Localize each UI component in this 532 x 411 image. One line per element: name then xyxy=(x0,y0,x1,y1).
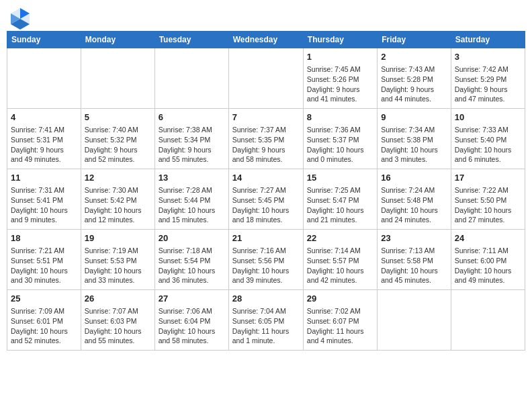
calendar-week-row: 11Sunrise: 7:31 AMSunset: 5:41 PMDayligh… xyxy=(7,169,525,230)
day-number: 11 xyxy=(11,172,77,184)
weekday-header: Saturday xyxy=(451,32,525,48)
day-info: Sunrise: 7:21 AMSunset: 5:51 PMDaylight:… xyxy=(11,246,77,285)
day-cell: 14Sunrise: 7:27 AMSunset: 5:45 PMDayligh… xyxy=(228,169,303,230)
day-cell: 27Sunrise: 7:06 AMSunset: 6:04 PMDayligh… xyxy=(154,290,228,351)
day-info: Sunrise: 7:13 AMSunset: 5:58 PMDaylight:… xyxy=(381,246,447,285)
day-cell: 4Sunrise: 7:41 AMSunset: 5:31 PMDaylight… xyxy=(7,109,81,169)
day-info: Sunrise: 7:34 AMSunset: 5:38 PMDaylight:… xyxy=(381,125,447,165)
day-number: 2 xyxy=(381,51,447,63)
day-cell: 5Sunrise: 7:40 AMSunset: 5:32 PMDaylight… xyxy=(81,109,154,169)
day-number: 9 xyxy=(381,111,447,124)
day-info: Sunrise: 7:22 AMSunset: 5:50 PMDaylight:… xyxy=(455,185,521,225)
day-number: 18 xyxy=(11,232,77,244)
calendar-week-row: 4Sunrise: 7:41 AMSunset: 5:31 PMDaylight… xyxy=(7,109,525,169)
day-cell: 6Sunrise: 7:38 AMSunset: 5:34 PMDaylight… xyxy=(154,109,228,169)
day-info: Sunrise: 7:31 AMSunset: 5:41 PMDaylight:… xyxy=(11,185,77,225)
day-number: 3 xyxy=(455,51,521,63)
empty-cell xyxy=(451,290,525,351)
empty-cell xyxy=(378,290,451,351)
day-number: 5 xyxy=(85,111,151,124)
day-number: 13 xyxy=(159,172,225,184)
day-info: Sunrise: 7:36 AMSunset: 5:37 PMDaylight:… xyxy=(307,125,373,165)
day-info: Sunrise: 7:43 AMSunset: 5:28 PMDaylight:… xyxy=(381,64,447,104)
day-info: Sunrise: 7:16 AMSunset: 5:56 PMDaylight:… xyxy=(232,246,300,285)
day-cell: 23Sunrise: 7:13 AMSunset: 5:58 PMDayligh… xyxy=(378,230,451,290)
empty-cell xyxy=(154,48,228,109)
day-info: Sunrise: 7:19 AMSunset: 5:53 PMDaylight:… xyxy=(85,246,151,285)
weekday-header: Thursday xyxy=(303,32,377,48)
day-number: 14 xyxy=(232,172,300,184)
day-info: Sunrise: 7:27 AMSunset: 5:45 PMDaylight:… xyxy=(232,185,300,225)
day-info: Sunrise: 7:24 AMSunset: 5:48 PMDaylight:… xyxy=(381,185,447,225)
day-info: Sunrise: 7:14 AMSunset: 5:57 PMDaylight:… xyxy=(307,246,373,285)
day-info: Sunrise: 7:41 AMSunset: 5:31 PMDaylight:… xyxy=(11,125,77,165)
calendar-table: SundayMondayTuesdayWednesdayThursdayFrid… xyxy=(7,31,525,351)
day-cell: 15Sunrise: 7:25 AMSunset: 5:47 PMDayligh… xyxy=(303,169,377,230)
day-cell: 12Sunrise: 7:30 AMSunset: 5:42 PMDayligh… xyxy=(81,169,154,230)
day-info: Sunrise: 7:06 AMSunset: 6:04 PMDaylight:… xyxy=(159,306,225,346)
day-cell: 25Sunrise: 7:09 AMSunset: 6:01 PMDayligh… xyxy=(7,290,81,351)
day-cell: 29Sunrise: 7:02 AMSunset: 6:07 PMDayligh… xyxy=(303,290,377,351)
day-info: Sunrise: 7:11 AMSunset: 6:00 PMDaylight:… xyxy=(455,246,521,285)
day-cell: 8Sunrise: 7:36 AMSunset: 5:37 PMDaylight… xyxy=(303,109,377,169)
day-cell: 20Sunrise: 7:18 AMSunset: 5:54 PMDayligh… xyxy=(154,230,228,290)
day-cell: 22Sunrise: 7:14 AMSunset: 5:57 PMDayligh… xyxy=(303,230,377,290)
day-cell: 26Sunrise: 7:07 AMSunset: 6:03 PMDayligh… xyxy=(81,290,154,351)
day-number: 12 xyxy=(85,172,151,184)
day-cell: 21Sunrise: 7:16 AMSunset: 5:56 PMDayligh… xyxy=(228,230,303,290)
day-cell: 7Sunrise: 7:37 AMSunset: 5:35 PMDaylight… xyxy=(228,109,303,169)
day-info: Sunrise: 7:09 AMSunset: 6:01 PMDaylight:… xyxy=(11,306,77,346)
day-cell: 3Sunrise: 7:42 AMSunset: 5:29 PMDaylight… xyxy=(451,48,525,109)
day-number: 16 xyxy=(381,172,447,184)
day-number: 24 xyxy=(455,232,521,244)
day-number: 19 xyxy=(85,232,151,244)
day-info: Sunrise: 7:42 AMSunset: 5:29 PMDaylight:… xyxy=(455,64,521,104)
day-number: 22 xyxy=(307,232,373,244)
day-number: 4 xyxy=(11,111,77,124)
weekday-header: Wednesday xyxy=(228,32,303,48)
day-number: 20 xyxy=(159,232,225,244)
day-info: Sunrise: 7:30 AMSunset: 5:42 PMDaylight:… xyxy=(85,185,151,225)
day-cell: 17Sunrise: 7:22 AMSunset: 5:50 PMDayligh… xyxy=(451,169,525,230)
weekday-header: Friday xyxy=(378,32,451,48)
day-cell: 18Sunrise: 7:21 AMSunset: 5:51 PMDayligh… xyxy=(7,230,81,290)
calendar-week-row: 25Sunrise: 7:09 AMSunset: 6:01 PMDayligh… xyxy=(7,290,525,351)
day-info: Sunrise: 7:07 AMSunset: 6:03 PMDaylight:… xyxy=(85,306,151,346)
day-number: 17 xyxy=(455,172,521,184)
day-number: 7 xyxy=(232,111,300,124)
calendar-header: SundayMondayTuesdayWednesdayThursdayFrid… xyxy=(7,32,525,48)
day-number: 28 xyxy=(232,293,300,305)
page-header xyxy=(7,7,525,26)
day-cell: 1Sunrise: 7:45 AMSunset: 5:26 PMDaylight… xyxy=(303,48,377,109)
day-number: 27 xyxy=(159,293,225,305)
day-cell: 19Sunrise: 7:19 AMSunset: 5:53 PMDayligh… xyxy=(81,230,154,290)
logo xyxy=(9,7,30,26)
day-number: 8 xyxy=(307,111,373,124)
day-number: 1 xyxy=(307,51,373,63)
day-number: 6 xyxy=(159,111,225,124)
day-cell: 11Sunrise: 7:31 AMSunset: 5:41 PMDayligh… xyxy=(7,169,81,230)
day-info: Sunrise: 7:38 AMSunset: 5:34 PMDaylight:… xyxy=(159,125,225,165)
day-info: Sunrise: 7:33 AMSunset: 5:40 PMDaylight:… xyxy=(455,125,521,165)
day-info: Sunrise: 7:04 AMSunset: 6:05 PMDaylight:… xyxy=(232,306,300,346)
empty-cell xyxy=(228,48,303,109)
day-number: 15 xyxy=(307,172,373,184)
weekday-header: Tuesday xyxy=(154,32,228,48)
day-info: Sunrise: 7:28 AMSunset: 5:44 PMDaylight:… xyxy=(159,185,225,225)
day-cell: 10Sunrise: 7:33 AMSunset: 5:40 PMDayligh… xyxy=(451,109,525,169)
day-info: Sunrise: 7:02 AMSunset: 6:07 PMDaylight:… xyxy=(307,306,373,346)
day-info: Sunrise: 7:18 AMSunset: 5:54 PMDaylight:… xyxy=(159,246,225,285)
day-cell: 28Sunrise: 7:04 AMSunset: 6:05 PMDayligh… xyxy=(228,290,303,351)
day-cell: 16Sunrise: 7:24 AMSunset: 5:48 PMDayligh… xyxy=(378,169,451,230)
day-number: 21 xyxy=(232,232,300,244)
weekday-header: Monday xyxy=(81,32,154,48)
calendar-week-row: 18Sunrise: 7:21 AMSunset: 5:51 PMDayligh… xyxy=(7,230,525,290)
day-number: 10 xyxy=(455,111,521,124)
empty-cell xyxy=(81,48,154,109)
day-info: Sunrise: 7:25 AMSunset: 5:47 PMDaylight:… xyxy=(307,185,373,225)
day-number: 29 xyxy=(307,293,373,305)
empty-cell xyxy=(7,48,81,109)
day-cell: 9Sunrise: 7:34 AMSunset: 5:38 PMDaylight… xyxy=(378,109,451,169)
day-info: Sunrise: 7:45 AMSunset: 5:26 PMDaylight:… xyxy=(307,64,373,104)
weekday-header: Sunday xyxy=(7,32,81,48)
